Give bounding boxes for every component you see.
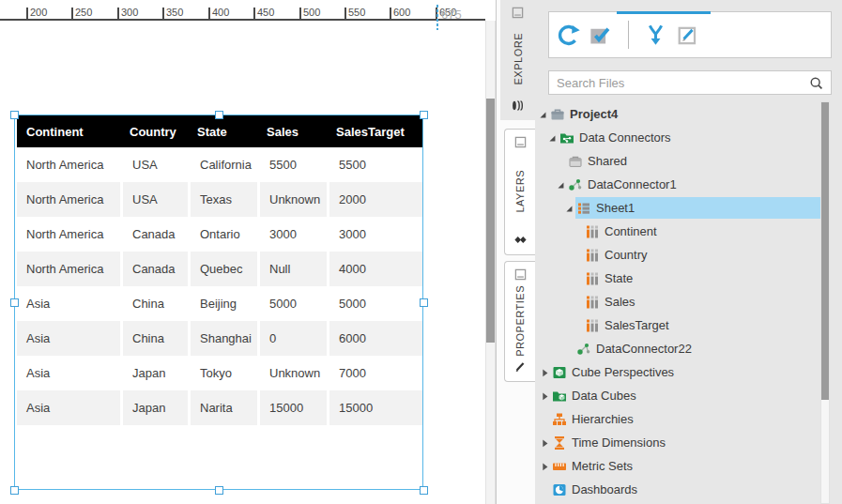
- tree-item-metric-sets[interactable]: Metric Sets: [535, 454, 842, 478]
- tree-item-state[interactable]: State: [535, 267, 842, 290]
- canvas-scrollbar-thumb[interactable]: [486, 99, 495, 343]
- data-cube-icon: [552, 389, 567, 404]
- expander-icon[interactable]: [553, 177, 568, 192]
- resize-handle[interactable]: [215, 111, 223, 119]
- database-icon: [512, 99, 524, 112]
- table-cell: North America: [17, 147, 120, 182]
- tree-item-label: Time Dimensions: [572, 435, 666, 450]
- table-cell: 0: [257, 321, 327, 356]
- resize-handle[interactable]: [10, 298, 19, 307]
- expander-spacer: [553, 154, 568, 169]
- ruler-tick-label: 450: [257, 7, 274, 18]
- tree-item-sheet1[interactable]: Sheet1: [535, 196, 842, 220]
- resize-handle[interactable]: [10, 486, 19, 495]
- expander-icon[interactable]: [537, 389, 552, 404]
- table-cell: 6000: [327, 321, 422, 356]
- tree-item-data-connectors[interactable]: Data Connectors: [535, 126, 842, 149]
- table-cell: Asia: [17, 286, 120, 321]
- window-icon: [514, 136, 527, 148]
- tree-item-dashboards[interactable]: Dashboards: [535, 478, 842, 501]
- column-header: Country: [120, 115, 188, 147]
- ruler-tick-label: 600: [393, 7, 410, 18]
- resize-handle[interactable]: [10, 111, 19, 119]
- table-cell: North America: [17, 217, 120, 252]
- explore-panel: Project4Data ConnectorsSharedDataConnect…: [535, 0, 842, 504]
- table-cell: 4000: [327, 252, 422, 286]
- table-cell: Unknown: [257, 356, 327, 390]
- expander-icon[interactable]: [544, 130, 559, 145]
- tree-item-hierarchies[interactable]: Hierarchies: [535, 407, 842, 431]
- table-row: AsiaJapanNarita1500015000: [17, 390, 422, 425]
- panel-scrollbar[interactable]: [820, 101, 830, 504]
- resize-handle[interactable]: [420, 486, 428, 495]
- sheet-icon: [576, 201, 591, 216]
- tree-item-data-cubes[interactable]: Data Cubes: [535, 384, 842, 407]
- search-icon: [808, 75, 824, 91]
- tree-item-shared[interactable]: Shared: [535, 149, 842, 173]
- search-input[interactable]: [549, 76, 804, 90]
- tree-item-country[interactable]: Country: [535, 243, 842, 267]
- tab-layers[interactable]: LAYERS: [504, 129, 535, 255]
- tree-item-cube-perspectives[interactable]: Cube Perspectives: [535, 360, 842, 384]
- column-icon: [585, 295, 600, 310]
- merge-down-button[interactable]: [640, 20, 670, 50]
- edit-note-button[interactable]: [672, 20, 702, 50]
- expander-icon[interactable]: [537, 459, 552, 474]
- expander-spacer: [537, 482, 552, 497]
- expander-spacer: [570, 271, 585, 286]
- canvas-scrollbar[interactable]: [485, 21, 496, 504]
- tree-item-time-dimensions[interactable]: Time Dimensions: [535, 431, 842, 454]
- tab-explore[interactable]: EXPLORE: [500, 0, 535, 120]
- tree-item-dataconnector22[interactable]: DataConnector22: [535, 337, 842, 360]
- refresh-icon: [556, 23, 581, 48]
- expanded-expander-icon: [537, 109, 548, 120]
- column-icon: [585, 271, 600, 286]
- tree-item-project4[interactable]: Project4: [535, 102, 842, 126]
- tree-item-label: Continent: [605, 224, 657, 238]
- project-icon: [550, 107, 565, 122]
- shared-folder-icon: [568, 154, 583, 169]
- dashboard-icon: [552, 482, 567, 497]
- search-icon[interactable]: [808, 75, 824, 91]
- table-cell: China: [120, 286, 188, 321]
- expander-icon[interactable]: [537, 435, 552, 451]
- data-connectors-folder-icon: [559, 130, 574, 145]
- tree-item-dataconnector1[interactable]: DataConnector1: [535, 173, 842, 196]
- table-cell: Asia: [17, 356, 120, 390]
- table-cell: Tokyo: [188, 356, 257, 390]
- data-connector-icon: [576, 342, 591, 357]
- resize-handle[interactable]: [420, 111, 428, 119]
- shared-folder-icon: [568, 154, 583, 169]
- checked-checkbox-button[interactable]: [585, 20, 615, 50]
- table-row: North AmericaCanadaOntario30003000: [17, 217, 422, 252]
- ruler-tick-label: 500: [303, 7, 320, 18]
- expander-icon[interactable]: [561, 201, 576, 216]
- panel-scrollbar-thumb[interactable]: [821, 102, 829, 400]
- dashboard-icon: [552, 482, 567, 497]
- table-cell: Quebec: [188, 252, 257, 286]
- resize-handle[interactable]: [215, 486, 223, 495]
- table-cell: 15000: [257, 390, 327, 425]
- table-cell: Asia: [17, 390, 120, 425]
- expander-icon[interactable]: [537, 365, 552, 380]
- ruler-tick: [162, 8, 164, 19]
- collapsed-expander-icon: [539, 461, 550, 472]
- refresh-button[interactable]: [553, 20, 583, 50]
- tree-item-continent[interactable]: Continent: [535, 220, 842, 243]
- resize-handle[interactable]: [420, 298, 428, 307]
- ruler-tick: [117, 8, 119, 19]
- column-icon: [585, 224, 600, 239]
- expander-spacer: [561, 342, 576, 357]
- tree-item-label: Hierarchies: [572, 412, 634, 426]
- tree-item-label: Data Connectors: [579, 130, 671, 145]
- collapsed-expander-icon: [539, 367, 550, 378]
- tree-item-salestarget[interactable]: SalesTarget: [535, 313, 842, 337]
- design-canvas[interactable]: 200250300350400450500550600650 675 Conti…: [0, 0, 496, 504]
- data-table[interactable]: ContinentCountryStateSalesSalesTarget No…: [17, 115, 422, 425]
- data-connector-icon: [576, 342, 591, 357]
- tab-label: EXPLORE: [513, 33, 524, 84]
- tree-item-sales[interactable]: Sales: [535, 290, 842, 313]
- expander-icon[interactable]: [535, 107, 550, 122]
- tab-properties[interactable]: PROPERTIES: [504, 261, 535, 382]
- tree-item-label: SalesTarget: [605, 318, 669, 332]
